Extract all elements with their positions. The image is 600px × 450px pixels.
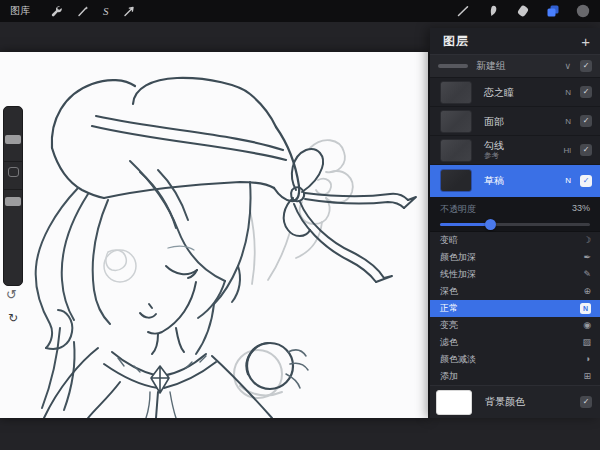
group-visibility-checkbox[interactable]: ✓ <box>580 60 592 72</box>
blend-mode-screen[interactable]: 滤色 ▨ <box>430 334 600 351</box>
opacity-section: 不透明度 33% <box>430 197 600 232</box>
add-layer-button[interactable]: + <box>581 34 590 49</box>
layer-name: 勾线 <box>484 140 504 151</box>
screen-icon: ▨ <box>582 338 591 347</box>
blend-mode-darker-color[interactable]: 深色 ⊕ <box>430 283 600 300</box>
background-color-thumbnail[interactable] <box>436 390 472 415</box>
group-stack-icon <box>438 64 468 68</box>
layer-row[interactable]: 面部 N ✓ <box>430 107 600 136</box>
brush-tool-icon[interactable] <box>456 4 470 18</box>
canvas[interactable] <box>0 52 428 418</box>
layer-row[interactable]: 恋之瞳 N ✓ <box>430 78 600 107</box>
redo-icon[interactable]: ↻ <box>8 312 18 324</box>
color-swatch-icon[interactable] <box>576 4 590 18</box>
opacity-slider-fill <box>440 223 490 226</box>
layer-visibility-checkbox[interactable]: ✓ <box>580 86 592 98</box>
layer-blend-mode-button[interactable]: N <box>565 117 571 126</box>
layer-blend-mode-button[interactable]: Hl <box>563 146 571 155</box>
layer-row-selected[interactable]: 草稿 N ✓ <box>430 165 600 197</box>
opacity-value: 33% <box>572 203 590 216</box>
layer-name: 面部 <box>484 116 504 127</box>
lighten-icon: ◉ <box>583 321 591 330</box>
opacity-slider-knob[interactable] <box>485 219 496 230</box>
background-layer-row[interactable]: 背景颜色 ✓ <box>430 385 600 418</box>
chevron-down-icon[interactable]: ∨ <box>564 61 571 71</box>
crescent-moon-icon: ☽ <box>583 236 591 245</box>
layers-panel-icon[interactable] <box>546 4 560 18</box>
undo-icon[interactable]: ↺ <box>6 288 17 301</box>
brush-size-slider[interactable] <box>5 135 21 144</box>
blend-mode-lighten[interactable]: 变亮 ◉ <box>430 317 600 334</box>
darker-color-icon: ⊕ <box>583 287 591 296</box>
smudge-finger-icon[interactable] <box>486 4 500 18</box>
top-toolbar: 图库 S <box>0 0 600 22</box>
layer-name: 恋之瞳 <box>484 87 514 98</box>
blend-mode-darken[interactable]: 变暗 ☽ <box>430 232 600 249</box>
blend-mode-color-burn[interactable]: 颜色加深 ✒ <box>430 249 600 266</box>
layers-panel: 图层 + 新建组 ∨ ✓ 恋之瞳 N ✓ 面部 N ✓ 勾线 参考 Hl ✓ 草… <box>430 28 600 418</box>
opacity-label: 不透明度 <box>440 203 476 216</box>
actions-wrench-icon[interactable] <box>49 4 63 18</box>
opacity-slider[interactable] <box>440 223 590 226</box>
panel-title: 图层 <box>443 33 469 50</box>
layer-blend-mode-button[interactable]: N <box>565 176 571 185</box>
background-layer-name: 背景颜色 <box>485 395 525 409</box>
layer-visibility-checkbox[interactable]: ✓ <box>580 115 592 127</box>
blend-mode-list: 变暗 ☽ 颜色加深 ✒ 线性加深 ✎ 深色 ⊕ 正常 N 变亮 ◉ 滤色 ▨ 颜… <box>430 232 600 385</box>
group-name: 新建组 <box>476 59 506 73</box>
linear-burn-icon: ✎ <box>583 270 591 279</box>
blend-mode-color-dodge[interactable]: 颜色减淡 ◗ <box>430 351 600 368</box>
layer-visibility-checkbox[interactable]: ✓ <box>580 175 592 187</box>
layer-row[interactable]: 勾线 参考 Hl ✓ <box>430 136 600 165</box>
blend-mode-linear-burn[interactable]: 线性加深 ✎ <box>430 266 600 283</box>
color-dodge-icon: ◗ <box>586 355 591 364</box>
color-burn-icon: ✒ <box>583 253 591 262</box>
background-visibility-checkbox[interactable]: ✓ <box>580 396 592 408</box>
blend-mode-normal-selected[interactable]: 正常 N <box>430 300 600 317</box>
layer-thumbnail <box>440 81 472 104</box>
layer-thumbnail <box>440 169 472 192</box>
brush-opacity-slider[interactable] <box>5 197 21 206</box>
blend-mode-add[interactable]: 添加 ⊞ <box>430 368 600 385</box>
layer-blend-mode-button[interactable]: N <box>565 88 571 97</box>
layer-group-row[interactable]: 新建组 ∨ ✓ <box>430 54 600 78</box>
gallery-button[interactable]: 图库 <box>10 4 31 18</box>
layer-reference-badge: 参考 <box>484 151 504 160</box>
brush-sidebar <box>3 106 23 286</box>
transform-arrow-icon[interactable] <box>122 4 136 18</box>
adjustments-wand-icon[interactable] <box>76 4 90 18</box>
selection-tool-icon[interactable]: S <box>103 5 109 17</box>
modify-button[interactable] <box>8 167 19 177</box>
normal-blend-icon: N <box>580 303 591 314</box>
layer-thumbnail <box>440 139 472 162</box>
eraser-tool-icon[interactable] <box>516 4 530 18</box>
layer-thumbnail <box>440 110 472 133</box>
artwork-sketch <box>0 52 428 418</box>
layers-panel-header: 图层 + <box>430 28 600 54</box>
layer-name: 草稿 <box>484 175 504 186</box>
add-icon: ⊞ <box>583 372 591 381</box>
layer-visibility-checkbox[interactable]: ✓ <box>580 144 592 156</box>
